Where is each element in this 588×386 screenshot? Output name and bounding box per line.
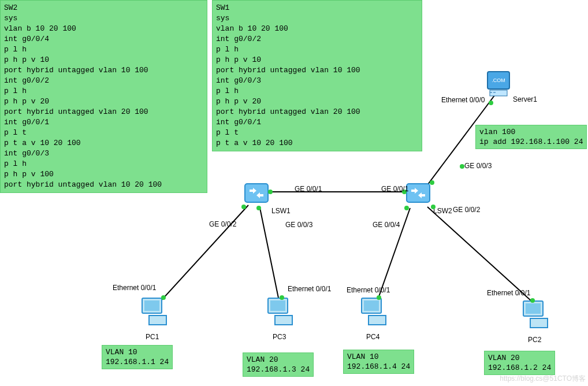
device-pc1[interactable] <box>139 295 171 327</box>
device-lsw1[interactable] <box>243 179 270 207</box>
device-lsw2[interactable] <box>404 179 432 207</box>
svg-rect-14 <box>149 316 166 325</box>
port-dot <box>489 101 493 105</box>
port-dot <box>530 298 535 303</box>
port-lsw2-g002: GE 0/0/2 <box>453 206 480 214</box>
port-lsw2-g001: GE 0/0/1 <box>381 185 408 193</box>
svg-rect-16 <box>270 300 285 311</box>
note-pc2: VLAN 20 192.168.1.2 24 <box>484 351 555 375</box>
svg-rect-13 <box>144 300 159 311</box>
server-badge-text: .COM <box>492 77 505 83</box>
device-label-pc3: PC3 <box>273 333 286 341</box>
port-pc4-eth: Ethernet 0/0/1 <box>347 286 390 294</box>
svg-rect-20 <box>369 316 386 325</box>
port-dot <box>404 206 409 210</box>
device-label-lsw1: LSW1 <box>271 207 291 215</box>
port-dot <box>280 295 284 300</box>
watermark: https://blog.cs@51CTO博客 <box>500 374 586 384</box>
device-pc4[interactable] <box>358 295 390 327</box>
port-dot <box>430 180 434 185</box>
port-dot <box>460 164 464 169</box>
note-server: vlan 100 ip add 192.168.1.100 24 <box>475 125 587 149</box>
svg-rect-17 <box>275 316 292 325</box>
note-pc3: VLAN 20 192.168.1.3 24 <box>243 352 314 377</box>
port-lsw1-g002: GE 0/0/2 <box>209 220 236 228</box>
svg-line-3 <box>260 208 280 306</box>
port-pc2-eth: Ethernet 0/0/1 <box>487 289 530 297</box>
port-dot <box>377 295 381 300</box>
port-pc1-eth: Ethernet 0/0/1 <box>113 284 156 292</box>
svg-rect-6 <box>245 184 268 202</box>
device-pc2[interactable] <box>520 298 552 330</box>
svg-rect-9 <box>490 90 507 96</box>
port-server-eth: Ethernet 0/0/0 <box>441 96 485 104</box>
port-pc3-eth: Ethernet 0/0/1 <box>288 285 331 293</box>
port-dot <box>431 205 436 209</box>
device-server1[interactable]: .COM <box>484 69 513 98</box>
svg-rect-7 <box>407 184 430 202</box>
port-lsw2-g004: GE 0/0/4 <box>373 221 400 229</box>
device-label-pc4: PC4 <box>366 333 379 341</box>
device-label-pc2: PC2 <box>528 336 541 344</box>
port-dot <box>268 190 273 194</box>
svg-rect-19 <box>364 300 379 311</box>
port-lsw1-g003: GE 0/0/3 <box>285 221 312 229</box>
config-sw1: SW1 sys vlan b 10 20 100 int g0/0/2 p l … <box>212 0 422 151</box>
device-label-pc1: PC1 <box>146 333 159 341</box>
svg-rect-22 <box>526 303 541 314</box>
port-lsw2-g003: GE 0/0/3 <box>464 162 492 170</box>
note-pc4: VLAN 10 192.168.1.4 24 <box>343 350 414 374</box>
config-sw2: SW2 sys vlan b 10 20 100 int g0/0/4 p l … <box>0 0 207 193</box>
note-pc1: VLAN 10 192.168.1.1 24 <box>102 345 173 369</box>
device-label-server1: Server1 <box>513 95 537 103</box>
device-label-lsw2: LSW2 <box>433 207 452 215</box>
port-dot <box>241 205 246 209</box>
port-dot <box>256 206 261 210</box>
svg-rect-23 <box>530 318 548 328</box>
port-dot <box>161 295 166 300</box>
port-lsw1-g001: GE 0/0/1 <box>295 185 322 193</box>
